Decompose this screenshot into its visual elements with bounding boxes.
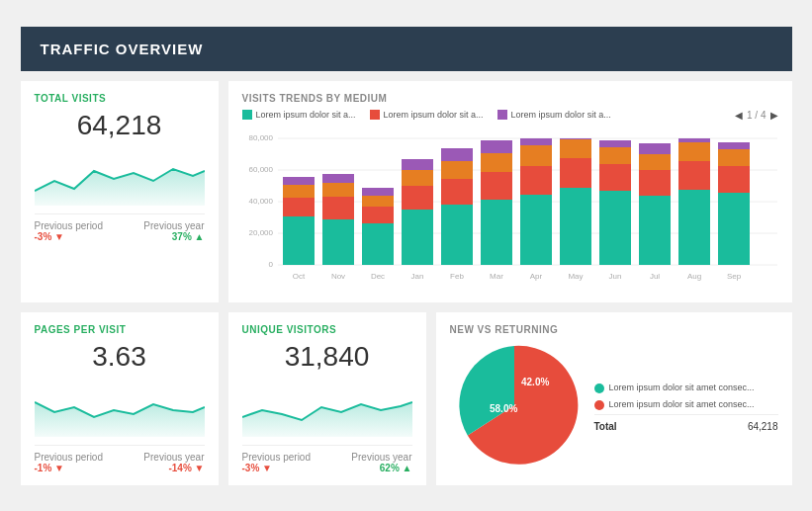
svg-rect-23 — [402, 210, 433, 265]
svg-rect-42 — [560, 138, 591, 139]
svg-marker-0 — [35, 169, 205, 206]
svg-rect-34 — [481, 140, 512, 153]
svg-text:Apr: Apr — [529, 272, 542, 281]
nav-page: 1 / 4 — [747, 110, 766, 121]
svg-text:60,000: 60,000 — [248, 165, 273, 174]
svg-rect-39 — [560, 188, 591, 265]
nav-next[interactable]: ▶ — [770, 110, 778, 121]
visits-trends-legend: Lorem ipsum dolor sit a... Lorem ipsum d… — [242, 110, 778, 121]
uv-label: UNIQUE VISITORS — [242, 324, 412, 335]
nvr-legend-item-1: Lorem ipsum dolor sit amet consec... — [594, 399, 778, 410]
svg-rect-35 — [520, 195, 552, 265]
svg-text:May: May — [568, 272, 583, 281]
svg-rect-31 — [481, 200, 512, 265]
visits-trends-title: VISITS TRENDS BY MEDIUM — [242, 93, 778, 104]
svg-rect-38 — [520, 138, 552, 145]
legend-item-1: Lorem ipsum dolor sit a... — [370, 110, 484, 120]
svg-rect-30 — [441, 148, 473, 161]
svg-marker-71 — [35, 402, 205, 437]
svg-text:Feb: Feb — [450, 272, 464, 281]
header-title: TRAFFIC OVERVIEW — [41, 41, 204, 57]
uv-footer: Previous period -3% ▼ Previous year 62% … — [242, 445, 412, 473]
svg-text:80,000: 80,000 — [248, 133, 273, 142]
svg-text:Aug: Aug — [686, 272, 700, 281]
pie-chart-container: 58.0% 42.0% — [450, 341, 579, 473]
svg-rect-15 — [322, 219, 354, 265]
total-visits-sparkline — [35, 151, 205, 206]
nvr-legend-section: Lorem ipsum dolor sit amet consec... Lor… — [594, 383, 778, 432]
svg-text:Jun: Jun — [608, 272, 621, 281]
total-visits-value: 64,218 — [35, 110, 205, 141]
svg-rect-37 — [520, 145, 552, 166]
svg-rect-54 — [678, 138, 710, 142]
svg-rect-25 — [402, 170, 433, 186]
tv-period-label: Previous period — [35, 220, 103, 231]
nvr-title: NEW VS RETURNING — [450, 324, 778, 335]
svg-rect-17 — [322, 183, 354, 197]
uv-year-label: Previous year — [351, 452, 411, 463]
svg-rect-44 — [599, 164, 631, 191]
svg-rect-58 — [718, 142, 750, 149]
svg-text:Sep: Sep — [726, 272, 741, 281]
svg-rect-19 — [362, 223, 394, 265]
tv-year-value: 37% — [172, 231, 192, 242]
svg-rect-21 — [362, 196, 394, 207]
legend-item-0: Lorem ipsum dolor sit a... — [242, 110, 356, 120]
ppv-footer: Previous period -1% ▼ Previous year -14%… — [35, 445, 205, 473]
svg-marker-72 — [242, 402, 412, 437]
uv-value: 31,840 — [242, 341, 412, 373]
bar-chart-svg: 80,000 60,000 40,000 20,000 0 — [242, 128, 778, 287]
nvr-label-1: Lorem ipsum dolor sit amet consec... — [609, 399, 755, 409]
svg-text:Mar: Mar — [490, 272, 503, 281]
svg-rect-32 — [481, 172, 512, 200]
svg-rect-20 — [362, 207, 394, 223]
svg-text:Jul: Jul — [649, 272, 659, 281]
uv-period-value: -3% — [242, 463, 260, 473]
nvr-total: Total 64,218 — [594, 414, 778, 432]
header: TRAFFIC OVERVIEW — [21, 27, 792, 71]
legend-label-2: Lorem ipsum dolor sit a... — [511, 110, 611, 120]
svg-text:Oct: Oct — [292, 272, 305, 281]
svg-text:42.0%: 42.0% — [521, 377, 549, 387]
svg-rect-47 — [639, 196, 671, 265]
svg-rect-53 — [678, 142, 710, 161]
new-vs-returning-card: NEW VS RETURNING 58.0% — [436, 312, 792, 485]
svg-rect-57 — [718, 149, 750, 166]
uv-period-label: Previous period — [242, 452, 311, 463]
legend-dot-2 — [497, 110, 507, 120]
svg-rect-33 — [481, 153, 512, 172]
nav-prev[interactable]: ◀ — [735, 110, 743, 121]
svg-text:Dec: Dec — [370, 272, 384, 281]
svg-text:58.0%: 58.0% — [490, 403, 517, 414]
nvr-dot-0 — [594, 383, 604, 393]
legend-label-1: Lorem ipsum dolor sit a... — [384, 110, 484, 120]
svg-rect-13 — [283, 185, 315, 198]
total-visits-label: TOTAL VISITS — [35, 93, 205, 104]
ppv-label: PAGES PER VISIT — [35, 324, 205, 335]
svg-text:0: 0 — [268, 260, 273, 269]
tv-year-label: Previous year — [143, 220, 204, 231]
svg-text:Jan: Jan — [410, 272, 423, 281]
svg-rect-52 — [678, 161, 710, 190]
svg-rect-18 — [322, 174, 354, 183]
tv-period-arrow: ▼ — [54, 231, 64, 242]
nvr-dot-1 — [594, 400, 604, 410]
legend-item-2: Lorem ipsum dolor sit a... — [497, 110, 611, 120]
legend-dot-0 — [242, 110, 252, 120]
ppv-period-arrow: ▼ — [54, 463, 64, 473]
ppv-year-label: Previous year — [143, 452, 204, 463]
pie-chart-svg: 58.0% 42.0% — [450, 341, 579, 469]
svg-rect-49 — [639, 154, 671, 170]
uv-year-arrow: ▲ — [403, 463, 412, 473]
svg-rect-16 — [322, 197, 354, 219]
svg-rect-12 — [283, 198, 315, 216]
legend-label-0: Lorem ipsum dolor sit a... — [256, 110, 356, 120]
svg-rect-51 — [678, 190, 710, 265]
svg-rect-41 — [560, 139, 591, 158]
svg-rect-11 — [283, 216, 315, 265]
svg-rect-45 — [599, 147, 631, 164]
svg-rect-14 — [283, 177, 315, 185]
svg-rect-40 — [560, 158, 591, 188]
unique-visitors-card: UNIQUE VISITORS 31,840 Previous peri — [228, 312, 426, 485]
svg-rect-22 — [362, 188, 394, 196]
